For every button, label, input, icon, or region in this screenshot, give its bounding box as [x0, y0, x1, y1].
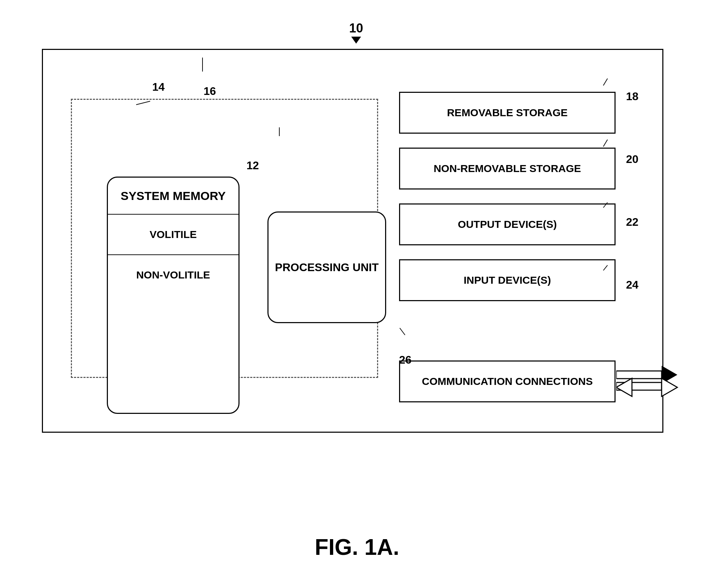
diagram-container: 10 16 14 SYSTEM MEMORY VOLITILE NON-VOLI…	[28, 21, 684, 509]
svg-rect-0	[616, 371, 662, 379]
right-boxes-container: REMOVABLE STORAGE NON-REMOVABLE STORAGE …	[399, 92, 616, 315]
processing-unit-box: PROCESSING UNIT	[267, 211, 386, 323]
dashed-boundary-rect-16: 14 SYSTEM MEMORY VOLITILE NON-VOLITILE 1…	[71, 99, 378, 378]
svg-marker-4	[616, 378, 632, 396]
output-devices-label: OUTPUT DEVICE(S)	[458, 217, 557, 232]
output-devices-box: OUTPUT DEVICE(S)	[399, 203, 616, 245]
label-16: 16	[204, 85, 216, 98]
main-boundary-rect: 16 14 SYSTEM MEMORY VOLITILE NON-VOLITIL…	[42, 49, 663, 433]
non-volatile-section: NON-VOLITILE	[108, 255, 238, 295]
label-24: 24	[626, 278, 639, 291]
figure-number-arrow	[351, 37, 361, 44]
label-26: 26	[399, 353, 412, 366]
label-20: 20	[626, 153, 639, 166]
figure-number-label: 10	[349, 21, 363, 36]
label-12: 12	[246, 159, 259, 172]
non-removable-storage-box: NON-REMOVABLE STORAGE	[399, 148, 616, 189]
label-18: 18	[626, 90, 639, 103]
figure-caption: FIG. 1A.	[315, 534, 399, 560]
svg-marker-3	[662, 378, 677, 396]
communication-connections-box: COMMUNICATION CONNECTIONS	[399, 360, 616, 402]
system-memory-box: SYSTEM MEMORY VOLITILE NON-VOLITILE	[107, 177, 240, 414]
label-14: 14	[152, 81, 165, 94]
processing-unit-label: PROCESSING UNIT	[275, 260, 379, 275]
volatile-section: VOLITILE	[108, 215, 238, 255]
communication-arrow	[616, 362, 686, 405]
label-22: 22	[626, 216, 639, 229]
input-devices-box: INPUT DEVICE(S)	[399, 259, 616, 301]
input-devices-label: INPUT DEVICE(S)	[464, 273, 551, 288]
communication-connections-label: COMMUNICATION CONNECTIONS	[422, 374, 592, 389]
removable-storage-box: REMOVABLE STORAGE	[399, 92, 616, 134]
non-removable-storage-label: NON-REMOVABLE STORAGE	[434, 161, 581, 176]
system-memory-title: SYSTEM MEMORY	[108, 178, 238, 215]
removable-storage-label: REMOVABLE STORAGE	[447, 105, 568, 120]
